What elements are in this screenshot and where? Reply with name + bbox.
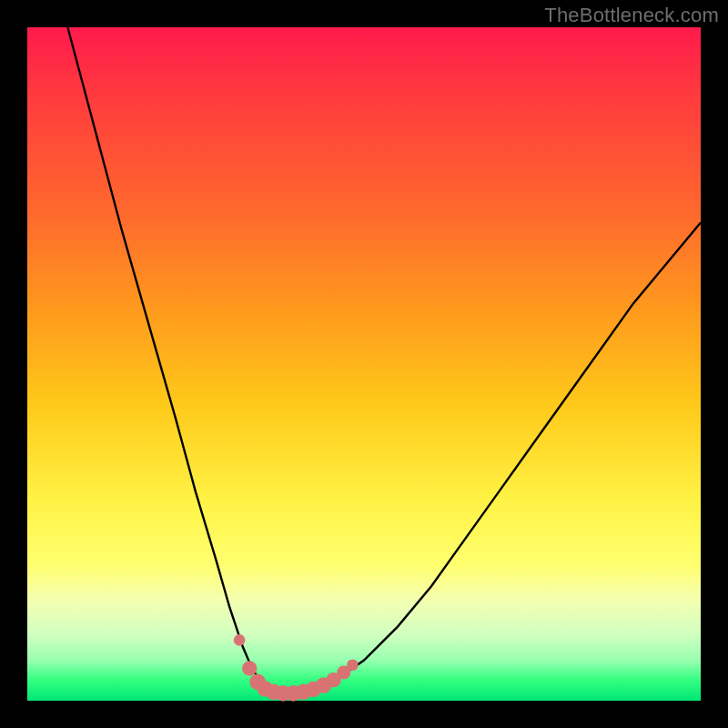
plot-area [27,27,701,701]
curve-marker [242,661,257,675]
curve-marker [347,660,359,672]
chart-frame: TheBottleneck.com [0,0,728,728]
curve-layer [27,27,701,701]
curve-marker [234,634,246,646]
bottleneck-curve [67,27,701,693]
watermark-text: TheBottleneck.com [544,4,719,27]
curve-markers [234,634,359,702]
